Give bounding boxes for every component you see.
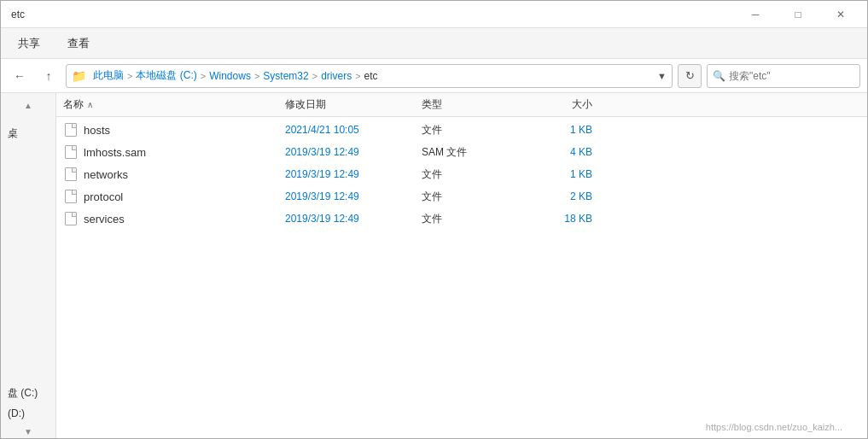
breadcrumb-dropdown-icon[interactable]: ▼: [657, 71, 667, 81]
file-size: 2 KB: [524, 190, 592, 202]
search-box[interactable]: 🔍: [707, 64, 860, 88]
title-text: etc: [11, 9, 25, 20]
file-type: 文件: [422, 190, 524, 204]
header-name[interactable]: 名称 ∧: [63, 97, 285, 112]
address-bar: ← ↑ 📁 此电脑 > 本地磁盘 (C:) > Windows > System…: [1, 59, 867, 93]
sidebar-item-0[interactable]: [1, 114, 55, 122]
file-area: 名称 ∧ 修改日期 类型 大小 hosts 2021/4/21 10:05 文件…: [56, 93, 867, 439]
file-name: lmhosts.sam: [84, 146, 285, 159]
table-row[interactable]: services 2019/3/19 12:49 文件 18 KB: [56, 208, 867, 230]
ribbon-tab-view[interactable]: 查看: [61, 32, 96, 55]
table-row[interactable]: hosts 2021/4/21 10:05 文件 1 KB: [56, 119, 867, 141]
breadcrumb-sep-3: >: [254, 71, 259, 81]
sidebar-drive-c[interactable]: 盘 (C:): [1, 383, 55, 404]
ribbon: 共享 查看: [1, 28, 867, 59]
file-type: 文件: [422, 123, 524, 138]
table-row[interactable]: protocol 2019/3/19 12:49 文件 2 KB: [56, 185, 867, 208]
breadcrumb-drivers[interactable]: drivers: [321, 70, 352, 82]
file-type: SAM 文件: [422, 145, 524, 160]
file-date: 2021/4/21 10:05: [285, 124, 422, 136]
title-bar: etc ─ □ ✕: [1, 1, 867, 28]
file-name: services: [84, 213, 285, 225]
search-icon: 🔍: [713, 70, 725, 82]
file-icon: [63, 167, 79, 182]
breadcrumb-sep-4: >: [312, 71, 317, 81]
close-button[interactable]: ✕: [821, 1, 860, 28]
back-button[interactable]: ←: [8, 64, 32, 88]
breadcrumb-current: etc: [364, 70, 378, 82]
file-icon: [63, 122, 79, 138]
file-size: 4 KB: [524, 146, 592, 158]
breadcrumb-this-pc[interactable]: 此电脑: [93, 68, 124, 83]
sidebar-bottom: 盘 (C:) (D:) ▼: [1, 383, 55, 439]
file-date: 2019/3/19 12:49: [285, 190, 422, 202]
file-type: 文件: [422, 167, 524, 182]
breadcrumb-windows[interactable]: Windows: [209, 70, 251, 82]
sort-arrow: ∧: [87, 100, 93, 109]
file-type: 文件: [422, 212, 524, 226]
refresh-button[interactable]: ↻: [678, 64, 702, 88]
breadcrumb-folder-icon: 📁: [72, 69, 86, 83]
file-name: hosts: [84, 124, 285, 137]
breadcrumb-system32[interactable]: System32: [263, 70, 308, 82]
breadcrumb-sep-2: >: [201, 71, 206, 81]
sidebar-scroll-up[interactable]: ▲: [1, 97, 55, 114]
header-size[interactable]: 大小: [524, 97, 592, 112]
table-row[interactable]: networks 2019/3/19 12:49 文件 1 KB: [56, 163, 867, 185]
sidebar-scroll-down[interactable]: ▼: [1, 423, 55, 439]
file-date: 2019/3/19 12:49: [285, 213, 422, 225]
file-size: 1 KB: [524, 124, 592, 136]
file-icon: [63, 189, 79, 204]
table-row[interactable]: lmhosts.sam 2019/3/19 12:49 SAM 文件 4 KB: [56, 141, 867, 163]
file-icon: [63, 144, 79, 160]
breadcrumb-sep-1: >: [127, 71, 132, 81]
file-list: hosts 2021/4/21 10:05 文件 1 KB lmhosts.sa…: [56, 117, 867, 439]
header-type[interactable]: 类型: [422, 97, 524, 112]
search-input[interactable]: [729, 70, 831, 82]
header-date[interactable]: 修改日期: [285, 97, 422, 112]
file-name: protocol: [84, 190, 285, 203]
file-icon: [63, 211, 79, 226]
ribbon-tab-share[interactable]: 共享: [11, 32, 47, 55]
minimize-button[interactable]: ─: [736, 1, 775, 28]
sidebar-item-desktop[interactable]: 桌: [1, 122, 55, 145]
file-name: networks: [84, 168, 285, 181]
maximize-button[interactable]: □: [778, 1, 818, 28]
sidebar: ▲ 桌 盘 (C:) (D:) ▼: [1, 93, 56, 439]
title-controls: ─ □ ✕: [736, 1, 860, 28]
file-size: 1 KB: [524, 168, 592, 180]
file-date: 2019/3/19 12:49: [285, 168, 422, 180]
file-header: 名称 ∧ 修改日期 类型 大小: [56, 93, 867, 117]
main-area: ▲ 桌 盘 (C:) (D:) ▼ 名称 ∧ 修改日期 类型 大小: [1, 93, 867, 439]
sidebar-item-2[interactable]: [1, 145, 55, 154]
breadcrumb-c-drive[interactable]: 本地磁盘 (C:): [136, 68, 196, 83]
file-size: 18 KB: [524, 213, 592, 225]
file-date: 2019/3/19 12:49: [285, 146, 422, 158]
up-button[interactable]: ↑: [37, 64, 61, 88]
breadcrumb-sep-5: >: [355, 71, 360, 81]
breadcrumb[interactable]: 📁 此电脑 > 本地磁盘 (C:) > Windows > System32 >…: [66, 64, 673, 88]
title-bar-left: etc: [11, 9, 25, 20]
sidebar-drive-d[interactable]: (D:): [1, 404, 55, 423]
